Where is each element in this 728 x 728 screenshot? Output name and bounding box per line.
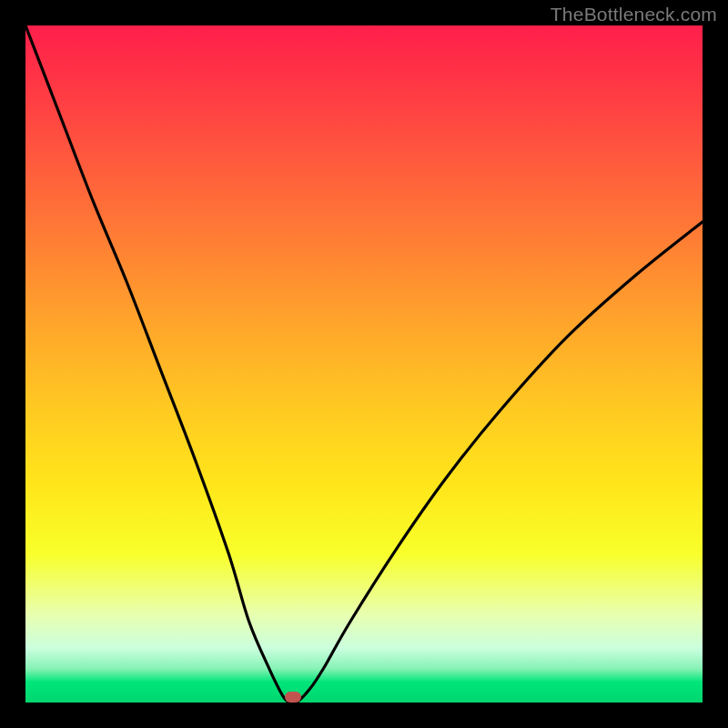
chart-frame: TheBottleneck.com	[0, 0, 728, 728]
optimal-point-marker	[285, 692, 301, 703]
bottleneck-curve	[25, 25, 703, 703]
curve-path	[25, 25, 703, 703]
watermark-text: TheBottleneck.com	[551, 4, 717, 25]
plot-area	[25, 25, 703, 703]
